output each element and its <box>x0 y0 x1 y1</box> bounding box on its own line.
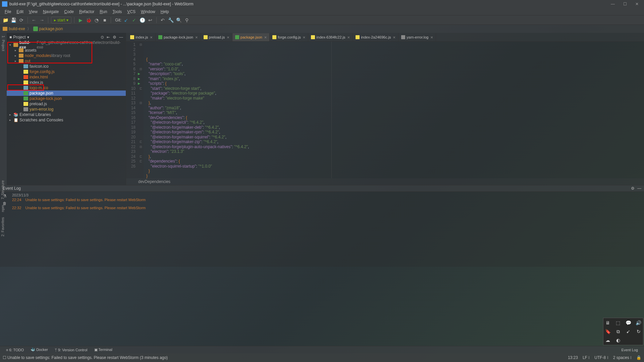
tree-item[interactable]: index.js <box>7 80 126 85</box>
debug-icon[interactable]: 🐞 <box>85 17 92 23</box>
tray-icon-4[interactable]: 🔊 <box>636 319 642 326</box>
tray-icon-5[interactable]: 🔖 <box>605 328 611 335</box>
find-icon[interactable]: ⚲ <box>183 17 190 23</box>
status-icon[interactable]: ☐ <box>3 355 6 360</box>
git-revert-icon[interactable]: ↩ <box>147 17 154 23</box>
tab-package-lock.json[interactable]: package-lock.json× <box>156 33 201 41</box>
project-tree[interactable]: ▾build-exe F:\git_github\gitee\coco-cat\… <box>7 42 126 123</box>
tray-icon-7[interactable]: ➹ <box>625 328 632 335</box>
tree-item[interactable]: preload.js <box>7 101 126 107</box>
settings-icon[interactable]: 🔧 <box>167 17 174 23</box>
tree-item[interactable]: favicon.ico <box>7 64 126 69</box>
tab-preload.js[interactable]: preload.js× <box>201 33 232 41</box>
project-panel-title[interactable]: ■ Project ▾ <box>9 35 101 40</box>
event-log-title: Event Log <box>3 186 631 191</box>
tab-package.json[interactable]: package.json× <box>232 33 270 41</box>
fold-gutter[interactable]: ⊟⊟⊏⊟⊏⊟⊏⊏ <box>138 42 144 178</box>
tree-item[interactable]: package.json <box>7 90 126 96</box>
collapse-icon[interactable]: ⇤ <box>107 35 110 40</box>
editor-body[interactable]: 1234567▶8▶9▶1011121314151617181920212223… <box>126 42 644 178</box>
close-button[interactable]: ✕ <box>632 2 642 6</box>
menu-edit[interactable]: Edit <box>14 9 26 14</box>
git-update-icon[interactable]: ↙ <box>123 17 129 23</box>
menu-navigate[interactable]: Navigate <box>40 9 61 14</box>
menu-run[interactable]: Run <box>97 9 110 14</box>
tree-item[interactable]: ▸node_modules library root <box>7 53 126 58</box>
caret-position[interactable]: 13:23 <box>568 355 578 360</box>
toolwindow-button[interactable]: ▣ Terminal <box>91 348 116 352</box>
toolwindow-button[interactable]: ≡ 6: TODO <box>3 348 27 352</box>
tab-forge.config.js[interactable]: forge.config.js× <box>270 33 308 41</box>
stop-icon[interactable]: ■ <box>101 17 108 23</box>
tray-icon-8[interactable]: ↻ <box>636 328 642 335</box>
tree-item[interactable]: ▸out <box>7 58 126 64</box>
code-content[interactable]: { "name": "coco-cat", "version": "1.0.0"… <box>144 42 644 178</box>
code-breadcrumb[interactable]: devDependencies <box>126 178 644 185</box>
tree-item[interactable]: forge.config.js <box>7 69 126 74</box>
search-icon[interactable]: 🔍 <box>175 17 182 23</box>
menu-help[interactable]: Help <box>158 9 172 14</box>
tree-item[interactable]: package-lock.json <box>7 96 126 101</box>
event-log-gear-icon[interactable]: ⚙ <box>631 186 635 191</box>
open-icon[interactable]: 📁 <box>2 17 9 23</box>
locate-icon[interactable]: ⊙ <box>101 35 104 40</box>
tray-icon-1[interactable]: 🖥 <box>605 319 611 326</box>
left-toolwindow-2: Favorites[interactable]: 2: Favorites <box>0 215 5 239</box>
menu-refactor[interactable]: Refactor <box>76 9 97 14</box>
tree-item[interactable]: ▸assets <box>7 48 126 53</box>
log-entry[interactable]: 22:32Unable to save settings: Failed to … <box>12 206 641 210</box>
git-history-icon[interactable]: 🕐 <box>139 17 146 23</box>
tray-icon-3[interactable]: 💬 <box>625 319 632 326</box>
coverage-icon[interactable]: ◔ <box>93 17 100 23</box>
menu-view[interactable]: View <box>26 9 40 14</box>
menu-vcs[interactable]: VCS <box>124 9 138 14</box>
tree-item[interactable]: ▾build-exe F:\git_github\gitee\coco-cat\… <box>7 42 126 48</box>
indent[interactable]: 2 spaces ⁞ <box>613 355 632 360</box>
left-toolwindow-7: Structure[interactable]: 7: Structure <box>0 178 5 202</box>
menu-file[interactable]: File <box>2 9 14 14</box>
tab-index.js[interactable]: index.js× <box>127 33 156 41</box>
log-entry[interactable]: 22:24Unable to save settings: Failed to … <box>12 198 641 202</box>
tray-icon-6[interactable]: ⧉ <box>615 328 622 335</box>
menu-code[interactable]: Code <box>61 9 76 14</box>
tree-item[interactable]: yarn-error.log <box>7 107 126 112</box>
status-bar: ☐ Unable to save settings: Failed to sav… <box>0 353 644 362</box>
save-icon[interactable]: 💾 <box>10 17 17 23</box>
menu-tools[interactable]: Tools <box>110 9 124 14</box>
tree-item[interactable]: ▸📋 Scratches and Consoles <box>7 117 126 123</box>
run-icon[interactable]: ▶ <box>77 17 84 23</box>
tree-item[interactable]: ▸📚 External Libraries <box>7 112 126 117</box>
left-toolwindow-npm[interactable]: npm <box>0 202 5 215</box>
encoding[interactable]: UTF-8 ⁞ <box>594 355 608 360</box>
toolwindow-button[interactable]: 🐳 Docker <box>27 348 51 352</box>
hide-icon[interactable]: — <box>119 35 123 40</box>
tree-item[interactable]: logo-m.ico <box>7 85 126 90</box>
tab-index-2a24696c.js[interactable]: index-2a24696c.js× <box>353 33 398 41</box>
forward-icon[interactable]: → <box>39 17 45 23</box>
left-toolwindow-bar[interactable]: 1: Project <box>0 33 7 185</box>
breadcrumb-file[interactable]: package.json <box>33 26 63 31</box>
status-message: Unable to save settings: Failed to save … <box>7 355 568 360</box>
editor-area: index.js×package-lock.json×preload.js×pa… <box>126 33 644 185</box>
maximize-button[interactable]: ☐ <box>620 2 630 6</box>
tray-icon-2[interactable]: ⬚ <box>615 319 622 326</box>
refresh-icon[interactable]: ⟳ <box>18 17 25 23</box>
lock-icon[interactable]: 🔒 <box>636 355 641 360</box>
toolwindow-button[interactable]: ᛘ 9: Version Control <box>51 348 91 352</box>
event-log-hide-icon[interactable]: — <box>637 186 641 191</box>
tray-icon-9[interactable]: ☁ <box>605 337 611 344</box>
breadcrumb-root[interactable]: build-exe <box>3 26 25 31</box>
tray-icon-10[interactable]: ◐ <box>615 337 622 344</box>
line-separator[interactable]: LF ⁞ <box>583 355 590 360</box>
event-log-button[interactable]: Event Log <box>618 348 641 352</box>
tab-index-6384fc22.js[interactable]: index-6384fc22.js× <box>308 33 353 41</box>
minimize-button[interactable]: — <box>608 2 618 6</box>
menu-window[interactable]: Window <box>138 9 158 14</box>
tree-item[interactable]: index.html <box>7 74 126 80</box>
gear-icon[interactable]: ⚙ <box>113 35 116 40</box>
undo-icon[interactable]: ↶ <box>159 17 166 23</box>
tab-yarn-error.log[interactable]: yarn-error.log× <box>398 33 436 41</box>
git-commit-icon[interactable]: ✓ <box>131 17 138 23</box>
back-icon[interactable]: ← <box>31 17 37 23</box>
run-config-selector[interactable]: ▸ start ▾ <box>51 17 71 23</box>
